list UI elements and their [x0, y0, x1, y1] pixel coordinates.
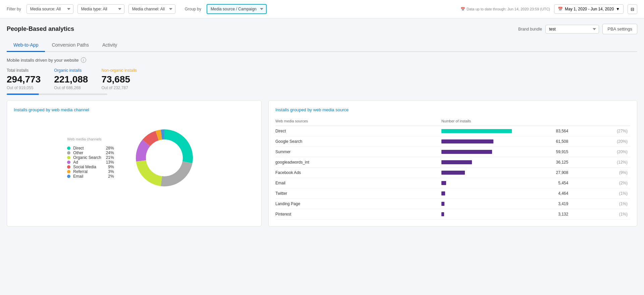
organic-installs-sub: Out of 686,268: [54, 85, 88, 90]
media-type-filter[interactable]: Media type: All: [77, 4, 124, 14]
organic-installs-value: 221,088: [54, 74, 88, 85]
total-installs-label: Total installs: [7, 68, 41, 73]
left-chart-card: Installs grouped by web media channel We…: [7, 100, 262, 227]
source-name: Direct: [275, 126, 441, 136]
left-chart-title: Installs grouped by web media channel: [14, 107, 255, 112]
col-source-header: Web media sources: [275, 118, 441, 126]
legend-item-name: Ad: [73, 160, 101, 165]
subtitle-row: Mobile installs driven by your website i: [7, 57, 637, 63]
group-by-label: Group by: [185, 7, 201, 11]
source-bar: [441, 188, 518, 199]
legend: Web media channels Direct 28% Other 24% …: [67, 137, 114, 179]
source-bar: [441, 168, 518, 178]
legend-item: Referral 3%: [67, 169, 114, 174]
source-name: Google Search: [275, 136, 441, 147]
legend-item-name: Direct: [73, 146, 101, 151]
source-pct: (20%): [571, 147, 630, 157]
legend-item: Other 24%: [67, 151, 114, 155]
total-installs-value: 294,773: [7, 74, 41, 85]
legend-item: Email 2%: [67, 174, 114, 179]
source-name: googleadwords_int: [275, 157, 441, 168]
legend-item: Ad 13%: [67, 160, 114, 165]
source-bar: [441, 199, 518, 209]
main-content: People-Based analytics Brand bundle test…: [0, 18, 644, 232]
date-range-button[interactable]: 📅 May 1, 2020 - Jun 14, 2020 ▼: [554, 4, 624, 14]
total-installs-sub: Out of 919,055: [7, 85, 41, 90]
legend-item-name: Organic Search: [73, 155, 101, 160]
source-name: Email: [275, 178, 441, 188]
right-chart-card: Installs grouped by web media source Web…: [268, 100, 637, 227]
legend-item: Organic Search 21%: [67, 155, 114, 160]
legend-item-pct: 21%: [104, 155, 114, 160]
source-value: 4,464: [518, 188, 571, 199]
source-bar: [441, 178, 518, 188]
source-bar: [441, 157, 518, 168]
legend-dot: [67, 161, 70, 164]
donut-segment: [164, 129, 193, 163]
pba-settings-button[interactable]: PBA settings: [602, 24, 637, 34]
non-organic-installs-block: Non-organic installs 73,685 Out of 232,7…: [101, 68, 137, 90]
legend-item-name: Email: [73, 174, 101, 179]
tab-conversion-paths[interactable]: Conversion Paths: [45, 40, 96, 52]
brand-bundle-area: Brand bundle test PBA settings: [518, 24, 637, 34]
settings-sliders-icon: ⊟: [631, 7, 634, 12]
source-value: 3,419: [518, 199, 571, 209]
legend-item-pct: 13%: [104, 160, 114, 165]
media-channel-filter[interactable]: Media channel: All: [128, 4, 175, 14]
legend-dot: [67, 151, 70, 155]
stats-row: Total installs 294,773 Out of 919,055 Or…: [7, 68, 637, 90]
source-value: 59,915: [518, 147, 571, 157]
source-pct: (2%): [571, 178, 630, 188]
donut-area: Web media channels Direct 28% Other 24% …: [14, 118, 255, 198]
organic-installs-block: Organic installs 221,088 Out of 686,268: [54, 68, 88, 90]
table-row: Landing Page 3,419 (1%): [275, 199, 630, 209]
table-row: Twitter 4,464 (1%): [275, 188, 630, 199]
right-chart-title: Installs grouped by web media source: [275, 107, 630, 112]
source-name: Landing Page: [275, 199, 441, 209]
table-row: Google Search 61,508 (20%): [275, 136, 630, 147]
legend-item: Direct 28%: [67, 146, 114, 151]
top-bar: Filter by Media source: All Media type: …: [0, 0, 644, 18]
source-value: 27,908: [518, 168, 571, 178]
organic-installs-label: Organic installs: [54, 68, 88, 73]
source-pct: (9%): [571, 168, 630, 178]
source-bar: [441, 136, 518, 147]
media-source-filter[interactable]: Media source: All: [26, 4, 73, 14]
table-row: googleadwords_int 36,125 (12%): [275, 157, 630, 168]
non-organic-installs-value: 73,685: [101, 74, 137, 85]
tab-activity[interactable]: Activity: [96, 40, 124, 52]
brand-bundle-select[interactable]: test: [545, 25, 599, 34]
table-row: Email 5,454 (2%): [275, 178, 630, 188]
legend-dot: [67, 146, 70, 150]
col-installs-header: Number of installs: [441, 118, 630, 126]
table-row: Pinterest 3,132 (1%): [275, 209, 630, 220]
installs-progress-fill: [7, 94, 39, 95]
legend-item-name: Other: [73, 151, 101, 155]
page-title: People-Based analytics: [7, 25, 74, 33]
data-up-to-info: 📅 Data up to date through: Jun 14, 2020 …: [461, 7, 550, 11]
brand-bundle-label: Brand bundle: [518, 27, 542, 32]
filter-by-label: Filter by: [7, 7, 21, 11]
source-name: Summer: [275, 147, 441, 157]
charts-row: Installs grouped by web media channel We…: [7, 100, 637, 227]
source-pct: (20%): [571, 136, 630, 147]
donut-chart: [127, 121, 201, 195]
filter-settings-button[interactable]: ⊟: [628, 4, 637, 14]
group-by-filter[interactable]: Media source / Campaign: [207, 4, 267, 14]
source-value: 5,454: [518, 178, 571, 188]
source-pct: (12%): [571, 157, 630, 168]
legend-item-pct: 24%: [104, 151, 114, 155]
legend-item-name: Social Media: [73, 165, 101, 169]
source-value: 3,132: [518, 209, 571, 220]
legend-item-pct: 2%: [104, 174, 114, 179]
source-pct: (1%): [571, 199, 630, 209]
legend-item-name: Referral: [73, 169, 101, 174]
source-pct: (1%): [571, 209, 630, 220]
source-name: Facebook Ads: [275, 168, 441, 178]
table-row: Summer 59,915 (20%): [275, 147, 630, 157]
table-row: Direct 83,564 (27%): [275, 126, 630, 136]
legend-item: Social Media 9%: [67, 165, 114, 169]
tab-web-to-app[interactable]: Web-to-App: [7, 40, 45, 52]
legend-dot: [67, 156, 70, 159]
info-icon[interactable]: i: [81, 57, 86, 63]
